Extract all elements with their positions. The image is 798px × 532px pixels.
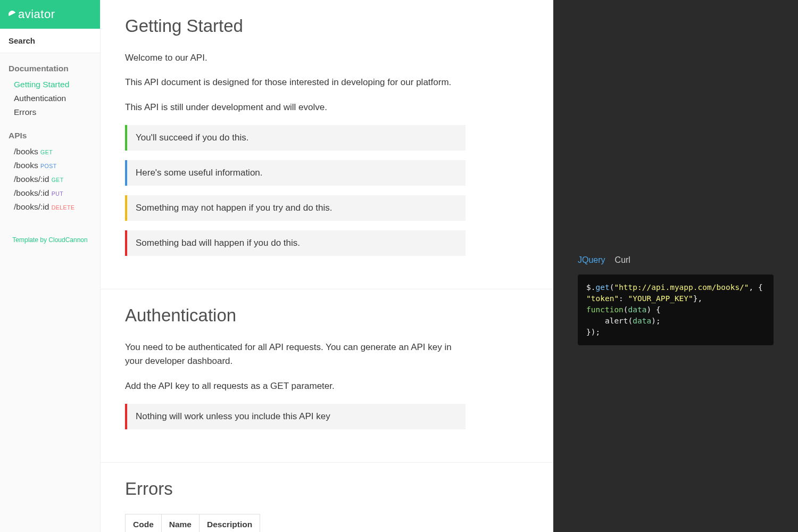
nav-heading-docs: Documentation	[9, 64, 92, 73]
tok: ,	[698, 294, 707, 303]
callout-success: You'll succeed if you do this.	[125, 125, 466, 151]
tok: )	[651, 317, 656, 325]
api-path: /books	[14, 147, 38, 156]
tok: ,	[749, 283, 758, 292]
errors-table: Code Name Description	[125, 514, 260, 532]
tok: )	[647, 305, 652, 314]
paragraph: This API is still under development and …	[125, 101, 466, 114]
code-sample: $.get("http://api.myapp.com/books/", { "…	[578, 275, 774, 345]
sidebar: aviator Search Documentation Getting Sta…	[0, 0, 101, 532]
nav: Documentation Getting Started Authentica…	[0, 53, 100, 229]
api-path: /books	[14, 161, 38, 170]
api-path: /books/:id	[14, 188, 49, 197]
callout-info: Here's some useful information.	[125, 160, 466, 186]
api-path: /books/:id	[14, 174, 49, 184]
tab-jquery[interactable]: JQuery	[578, 255, 605, 265]
paragraph: Welcome to our API.	[125, 51, 466, 65]
table-header-row: Code Name Description	[126, 514, 260, 532]
callout-error: Something bad will happen if you do this…	[125, 230, 466, 256]
logo-icon	[7, 10, 17, 19]
code-block: JQuery Curl $.get("http://api.myapp.com/…	[578, 255, 774, 345]
api-method: PUT	[52, 190, 64, 197]
callout-error: Nothing will work unless you include thi…	[125, 404, 466, 429]
tok: "YOUR_APP_KEY"	[628, 294, 693, 303]
nav-item-getting-started[interactable]: Getting Started	[9, 78, 92, 92]
tab-curl[interactable]: Curl	[615, 255, 630, 265]
logo-bar[interactable]: aviator	[0, 0, 100, 29]
code-tabs: JQuery Curl	[578, 255, 774, 265]
tok: :	[619, 294, 628, 303]
paragraph: This API document is designed for those …	[125, 76, 466, 89]
nav-item-books-get[interactable]: /books GET	[9, 145, 92, 159]
section-errors: Errors Code Name Description	[101, 463, 553, 532]
tok: function	[586, 305, 624, 314]
main-content: Getting Started Welcome to our API. This…	[101, 0, 553, 532]
callout-warning: Something may not happen if you try and …	[125, 195, 466, 221]
tok: }	[693, 294, 698, 303]
nav-item-books-id-delete[interactable]: /books/:id DELETE	[9, 200, 92, 214]
nav-heading-apis: APIs	[9, 131, 92, 140]
nav-item-books-id-get[interactable]: /books/:id GET	[9, 172, 92, 186]
nav-list-docs: Getting Started Authentication Errors	[9, 78, 92, 119]
api-method: GET	[52, 177, 64, 183]
tok: {	[758, 283, 763, 292]
code-panel: JQuery Curl $.get("http://api.myapp.com/…	[553, 0, 798, 532]
api-method: GET	[40, 149, 53, 155]
section-title: Errors	[125, 479, 538, 499]
credit: Template by CloudCannon	[0, 229, 100, 251]
tok: "token"	[586, 294, 619, 303]
api-method: POST	[40, 163, 57, 169]
section-getting-started: Getting Started Welcome to our API. This…	[101, 0, 553, 289]
tok: ;	[656, 317, 661, 325]
api-method: DELETE	[52, 204, 75, 211]
brand-name: aviator	[18, 7, 55, 21]
nav-item-books-id-put[interactable]: /books/:id PUT	[9, 186, 92, 200]
search-input[interactable]: Search	[0, 29, 100, 53]
tok: data	[633, 317, 651, 325]
tok: (	[624, 305, 628, 314]
tok: {	[651, 305, 660, 314]
page-title: Getting Started	[125, 16, 538, 36]
tok: get	[595, 283, 609, 292]
credit-link[interactable]: Template by CloudCannon	[12, 236, 87, 244]
col-code: Code	[126, 514, 162, 532]
tok: "http://api.myapp.com/books/"	[614, 283, 749, 292]
tok: data	[628, 305, 647, 314]
section-authentication: Authentication You need to be authentica…	[101, 289, 553, 463]
nav-item-authentication[interactable]: Authentication	[9, 92, 92, 105]
paragraph: Add the API key to all requests as a GET…	[125, 379, 466, 393]
tok: $	[586, 283, 591, 292]
nav-item-books-post[interactable]: /books POST	[9, 159, 92, 172]
tok: });	[586, 328, 600, 336]
col-description: Description	[199, 514, 260, 532]
api-path: /books/:id	[14, 202, 49, 211]
paragraph: You need to be authenticated for all API…	[125, 340, 466, 369]
col-name: Name	[161, 514, 199, 532]
tok: (	[628, 317, 633, 325]
nav-list-apis: /books GET /books POST /books/:id GET /b…	[9, 145, 92, 214]
section-title: Authentication	[125, 305, 538, 326]
tok: alert	[586, 317, 628, 325]
nav-item-errors[interactable]: Errors	[9, 105, 92, 119]
